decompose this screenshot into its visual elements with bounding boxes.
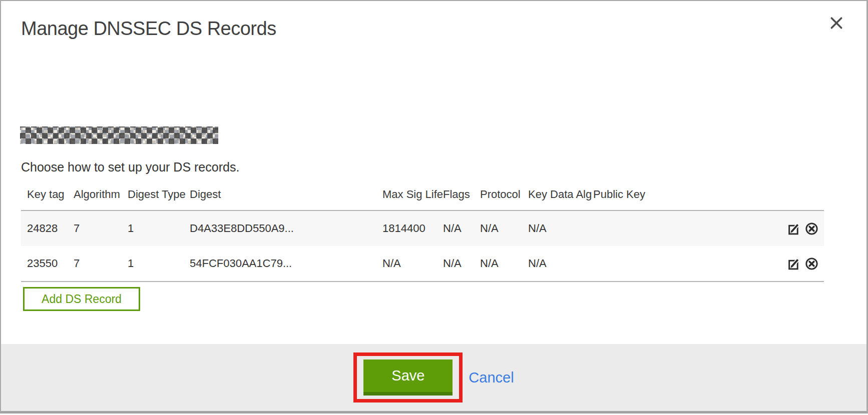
dialog-title: Manage DNSSEC DS Records — [21, 18, 276, 40]
cell-digest-type: 1 — [128, 246, 190, 282]
column-header-digest-type: Digest Type — [128, 185, 190, 210]
column-header-digest: Digest — [190, 185, 382, 210]
cell-digest: D4A33E8DD550A9... — [190, 210, 382, 246]
cell-public-key — [593, 210, 742, 246]
close-button[interactable] — [828, 15, 844, 31]
cell-key-data-alg: N/A — [528, 210, 593, 246]
delete-circle-x-icon — [805, 230, 818, 237]
cell-protocol: N/A — [480, 210, 528, 246]
dialog-footer: Save Cancel — [1, 344, 866, 411]
table-header-row: Key tag Algorithm Digest Type Digest Max… — [21, 185, 824, 210]
add-ds-record-button[interactable]: Add DS Record — [23, 287, 140, 311]
column-header-flags: Flags — [443, 185, 480, 210]
edit-icon — [787, 230, 801, 237]
manage-dnssec-dialog: Manage DNSSEC DS Records Choose how to s… — [0, 0, 868, 414]
delete-record-button[interactable] — [805, 257, 818, 270]
row-actions — [742, 246, 824, 282]
instruction-text: Choose how to set up your DS records. — [21, 160, 239, 174]
table-row: 23550 7 1 54FCF030AA1C79... N/A N/A N/A … — [21, 246, 824, 282]
column-header-actions — [742, 185, 824, 210]
cell-max-sig-life: N/A — [382, 246, 443, 282]
cell-protocol: N/A — [480, 246, 528, 282]
edit-record-button[interactable] — [787, 257, 801, 270]
column-header-public-key: Public Key — [593, 185, 742, 210]
column-header-max-sig-life: Max Sig Life — [382, 185, 443, 210]
delete-circle-x-icon — [805, 264, 818, 272]
cell-key-tag: 24828 — [21, 210, 74, 246]
column-header-algorithm: Algorithm — [74, 185, 128, 210]
column-header-protocol: Protocol — [480, 185, 528, 210]
cell-algorithm: 7 — [74, 246, 128, 282]
cell-key-data-alg: N/A — [528, 246, 593, 282]
column-header-key-data-alg: Key Data Alg — [528, 185, 593, 210]
cell-max-sig-life: 1814400 — [382, 210, 443, 246]
annotation-highlight-box: Save — [353, 352, 463, 402]
ds-records-table: Key tag Algorithm Digest Type Digest Max… — [21, 185, 824, 282]
edit-record-button[interactable] — [787, 222, 801, 236]
cell-flags: N/A — [443, 210, 480, 246]
delete-record-button[interactable] — [805, 222, 818, 236]
domain-name-redacted — [20, 126, 218, 144]
cancel-link[interactable]: Cancel — [469, 370, 514, 386]
cell-digest: 54FCF030AA1C79... — [190, 246, 382, 282]
cell-digest-type: 1 — [128, 210, 190, 246]
edit-icon — [787, 264, 801, 272]
cell-key-tag: 23550 — [21, 246, 74, 282]
save-button[interactable]: Save — [363, 360, 453, 396]
cell-public-key — [593, 246, 742, 282]
row-actions — [742, 210, 824, 246]
cell-algorithm: 7 — [74, 210, 128, 246]
table-row: 24828 7 1 D4A33E8DD550A9... 1814400 N/A … — [21, 210, 824, 246]
column-header-key-tag: Key tag — [21, 185, 74, 210]
close-icon — [829, 24, 843, 32]
cell-flags: N/A — [443, 246, 480, 282]
